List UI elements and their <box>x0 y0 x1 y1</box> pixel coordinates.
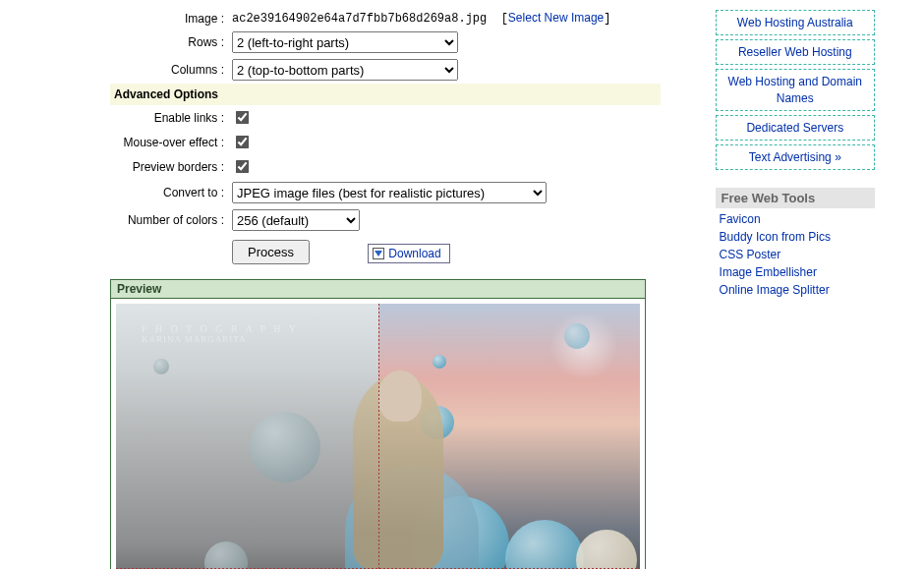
advanced-options-heading: Advanced Options <box>110 84 661 105</box>
mouseover-checkbox[interactable] <box>236 136 250 149</box>
preview-panel: Preview <box>110 279 646 569</box>
preview-borders-label: Preview borders : <box>110 154 228 179</box>
form-table: Image : ac2e39164902e64a7d7fbb7b68d269a8… <box>110 8 661 267</box>
tool-link-image-splitter[interactable]: Online Image Splitter <box>720 283 830 297</box>
nav-link-reseller[interactable]: Reseller Web Hosting <box>719 44 872 60</box>
rows-select[interactable]: 2 (left-to-right parts) <box>232 31 458 53</box>
download-box[interactable]: Download <box>368 244 449 263</box>
chevron-down-icon <box>373 248 384 259</box>
tool-link-favicon[interactable]: Favicon <box>720 212 761 226</box>
split-line-vertical <box>378 304 379 569</box>
download-link[interactable]: Download <box>388 247 440 260</box>
tool-link-image-embellisher[interactable]: Image Embellisher <box>720 265 817 279</box>
process-button[interactable]: Process <box>232 240 310 264</box>
image-filename: ac2e39164902e64a7d7fbb7b68d269a8.jpg <box>232 12 487 26</box>
preview-image: P H O T O G R A P H Y KARINA MARGARITA <box>116 304 640 569</box>
rows-label: Rows : <box>110 28 228 56</box>
nav-link-domain-names[interactable]: Web Hosting and Domain Names <box>719 74 872 105</box>
main-form-area: Image : ac2e39164902e64a7d7fbb7b68d269a8… <box>110 8 696 569</box>
enable-links-checkbox[interactable] <box>236 111 250 125</box>
tools-heading: Free Web Tools <box>716 188 875 208</box>
preview-title: Preview <box>111 280 645 299</box>
svg-marker-0 <box>375 251 382 256</box>
nav-link-web-hosting-au[interactable]: Web Hosting Australia <box>719 15 872 30</box>
preview-borders-checkbox[interactable] <box>236 160 250 174</box>
image-value-cell: ac2e39164902e64a7d7fbb7b68d269a8.jpg [Se… <box>228 8 661 28</box>
sidebar: Web Hosting Australia Reseller Web Hosti… <box>716 8 875 569</box>
select-new-image-link[interactable]: Select New Image <box>508 11 604 25</box>
convert-select[interactable]: JPEG image files (best for realistic pic… <box>232 182 547 203</box>
convert-label: Convert to : <box>110 179 228 206</box>
cols-select[interactable]: 2 (top-to-bottom parts) <box>232 59 458 81</box>
colors-label: Number of colors : <box>110 206 228 234</box>
tool-list: Favicon Buddy Icon from Pics CSS Poster … <box>716 208 875 299</box>
nav-link-text-advertising[interactable]: Text Advertising » <box>719 149 872 165</box>
colors-select[interactable]: 256 (default) <box>232 209 360 231</box>
enable-links-label: Enable links : <box>110 105 228 130</box>
mouseover-label: Mouse-over effect : <box>110 130 228 154</box>
cols-label: Columns : <box>110 56 228 84</box>
tool-link-buddy-icon[interactable]: Buddy Icon from Pics <box>720 230 831 244</box>
nav-list: Web Hosting Australia Reseller Web Hosti… <box>716 10 875 170</box>
tool-link-css-poster[interactable]: CSS Poster <box>720 248 781 261</box>
image-label: Image : <box>110 8 228 28</box>
nav-link-dedicated[interactable]: Dedicated Servers <box>719 120 872 136</box>
watermark: P H O T O G R A P H Y KARINA MARGARITA <box>142 323 299 344</box>
